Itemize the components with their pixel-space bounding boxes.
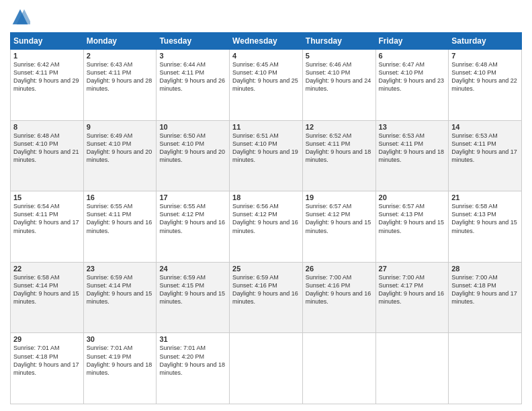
col-tuesday: Tuesday: [157, 33, 230, 50]
day-cell: 29 Sunrise: 7:01 AMSunset: 4:18 PMDaylig…: [11, 333, 84, 404]
day-number: 10: [159, 123, 226, 131]
day-cell: 7 Sunrise: 6:48 AMSunset: 4:10 PMDayligh…: [449, 50, 522, 121]
day-cell: 4 Sunrise: 6:45 AMSunset: 4:10 PMDayligh…: [230, 50, 303, 121]
day-cell: 3 Sunrise: 6:44 AMSunset: 4:11 PMDayligh…: [157, 50, 230, 121]
day-cell: [449, 333, 522, 404]
day-cell: [375, 333, 449, 404]
day-info: Sunrise: 6:55 AMSunset: 4:11 PMDaylight:…: [87, 202, 154, 235]
day-info: Sunrise: 6:50 AMSunset: 4:10 PMDaylight:…: [159, 132, 226, 165]
day-cell: [302, 333, 375, 404]
day-info: Sunrise: 6:44 AMSunset: 4:11 PMDaylight:…: [159, 60, 226, 93]
day-number: 11: [232, 123, 300, 131]
day-number: 21: [451, 193, 519, 201]
day-info: Sunrise: 7:01 AMSunset: 4:20 PMDaylight:…: [159, 344, 226, 377]
day-cell: 6 Sunrise: 6:47 AMSunset: 4:10 PMDayligh…: [375, 50, 449, 121]
day-cell: 30 Sunrise: 7:01 AMSunset: 4:19 PMDaylig…: [83, 333, 157, 404]
day-number: 28: [451, 265, 519, 273]
day-number: 3: [159, 52, 226, 60]
day-number: 29: [13, 335, 81, 343]
day-cell: 12 Sunrise: 6:52 AMSunset: 4:11 PMDaylig…: [302, 120, 375, 191]
col-thursday: Thursday: [302, 33, 375, 50]
day-cell: 22 Sunrise: 6:58 AMSunset: 4:14 PMDaylig…: [11, 262, 84, 333]
col-wednesday: Wednesday: [230, 33, 303, 50]
day-cell: 14 Sunrise: 6:53 AMSunset: 4:11 PMDaylig…: [449, 120, 522, 191]
day-cell: 5 Sunrise: 6:46 AMSunset: 4:10 PMDayligh…: [302, 50, 375, 121]
col-friday: Friday: [375, 33, 449, 50]
week-row-5: 29 Sunrise: 7:01 AMSunset: 4:18 PMDaylig…: [11, 333, 522, 404]
day-number: 27: [379, 265, 446, 273]
week-row-3: 15 Sunrise: 6:54 AMSunset: 4:11 PMDaylig…: [11, 191, 522, 263]
page: Sunday Monday Tuesday Wednesday Thursday…: [0, 0, 532, 411]
week-row-2: 8 Sunrise: 6:48 AMSunset: 4:10 PMDayligh…: [11, 120, 522, 191]
day-info: Sunrise: 6:47 AMSunset: 4:10 PMDaylight:…: [379, 60, 446, 93]
day-cell: 24 Sunrise: 6:59 AMSunset: 4:15 PMDaylig…: [157, 262, 230, 333]
day-number: 31: [159, 335, 226, 343]
day-info: Sunrise: 6:58 AMSunset: 4:13 PMDaylight:…: [451, 202, 519, 235]
day-cell: 20 Sunrise: 6:57 AMSunset: 4:13 PMDaylig…: [375, 191, 449, 263]
day-info: Sunrise: 6:59 AMSunset: 4:14 PMDaylight:…: [87, 273, 154, 306]
day-cell: 13 Sunrise: 6:53 AMSunset: 4:11 PMDaylig…: [375, 120, 449, 191]
day-cell: 17 Sunrise: 6:55 AMSunset: 4:12 PMDaylig…: [157, 191, 230, 263]
day-cell: 10 Sunrise: 6:50 AMSunset: 4:10 PMDaylig…: [157, 120, 230, 191]
day-number: 20: [379, 193, 446, 201]
logo-icon: [10, 7, 30, 27]
col-sunday: Sunday: [11, 33, 84, 50]
day-cell: 8 Sunrise: 6:48 AMSunset: 4:10 PMDayligh…: [11, 120, 84, 191]
day-number: 1: [13, 52, 81, 60]
day-cell: 25 Sunrise: 6:59 AMSunset: 4:16 PMDaylig…: [230, 262, 303, 333]
day-info: Sunrise: 6:59 AMSunset: 4:16 PMDaylight:…: [232, 273, 300, 306]
day-info: Sunrise: 6:43 AMSunset: 4:11 PMDaylight:…: [87, 60, 154, 93]
col-monday: Monday: [83, 33, 157, 50]
day-cell: 1 Sunrise: 6:42 AMSunset: 4:11 PMDayligh…: [11, 50, 84, 121]
day-number: 24: [159, 265, 226, 273]
day-cell: 19 Sunrise: 6:57 AMSunset: 4:12 PMDaylig…: [302, 191, 375, 263]
day-number: 15: [13, 193, 81, 201]
day-cell: 21 Sunrise: 6:58 AMSunset: 4:13 PMDaylig…: [449, 191, 522, 263]
day-info: Sunrise: 6:58 AMSunset: 4:14 PMDaylight:…: [13, 273, 81, 306]
day-info: Sunrise: 6:57 AMSunset: 4:12 PMDaylight:…: [306, 202, 373, 235]
week-row-4: 22 Sunrise: 6:58 AMSunset: 4:14 PMDaylig…: [11, 262, 522, 333]
day-cell: 26 Sunrise: 7:00 AMSunset: 4:16 PMDaylig…: [302, 262, 375, 333]
day-info: Sunrise: 6:57 AMSunset: 4:13 PMDaylight:…: [379, 202, 446, 235]
day-info: Sunrise: 7:00 AMSunset: 4:18 PMDaylight:…: [451, 273, 519, 306]
day-cell: 9 Sunrise: 6:49 AMSunset: 4:10 PMDayligh…: [83, 120, 157, 191]
header: [10, 7, 522, 27]
day-cell: 11 Sunrise: 6:51 AMSunset: 4:10 PMDaylig…: [230, 120, 303, 191]
day-number: 22: [13, 265, 81, 273]
day-info: Sunrise: 6:51 AMSunset: 4:10 PMDaylight:…: [232, 132, 300, 165]
day-number: 6: [379, 52, 446, 60]
day-number: 30: [87, 335, 154, 343]
day-cell: 23 Sunrise: 6:59 AMSunset: 4:14 PMDaylig…: [83, 262, 157, 333]
day-info: Sunrise: 6:53 AMSunset: 4:11 PMDaylight:…: [379, 132, 446, 165]
day-number: 7: [451, 52, 519, 60]
day-number: 9: [87, 123, 154, 131]
day-cell: [230, 333, 303, 404]
day-cell: 15 Sunrise: 6:54 AMSunset: 4:11 PMDaylig…: [11, 191, 84, 263]
day-cell: 18 Sunrise: 6:56 AMSunset: 4:12 PMDaylig…: [230, 191, 303, 263]
day-info: Sunrise: 7:01 AMSunset: 4:18 PMDaylight:…: [13, 344, 81, 377]
day-info: Sunrise: 6:53 AMSunset: 4:11 PMDaylight:…: [451, 132, 519, 165]
day-number: 23: [87, 265, 154, 273]
logo: [10, 7, 32, 27]
day-number: 4: [232, 52, 300, 60]
day-info: Sunrise: 6:48 AMSunset: 4:10 PMDaylight:…: [13, 132, 81, 165]
day-info: Sunrise: 7:00 AMSunset: 4:16 PMDaylight:…: [306, 273, 373, 306]
day-info: Sunrise: 6:55 AMSunset: 4:12 PMDaylight:…: [159, 202, 226, 235]
day-info: Sunrise: 6:59 AMSunset: 4:15 PMDaylight:…: [159, 273, 226, 306]
day-info: Sunrise: 7:01 AMSunset: 4:19 PMDaylight:…: [87, 344, 154, 377]
day-info: Sunrise: 6:54 AMSunset: 4:11 PMDaylight:…: [13, 202, 81, 235]
day-cell: 31 Sunrise: 7:01 AMSunset: 4:20 PMDaylig…: [157, 333, 230, 404]
day-info: Sunrise: 6:49 AMSunset: 4:10 PMDaylight:…: [87, 132, 154, 165]
day-number: 5: [306, 52, 373, 60]
day-info: Sunrise: 6:48 AMSunset: 4:10 PMDaylight:…: [451, 60, 519, 93]
day-cell: 16 Sunrise: 6:55 AMSunset: 4:11 PMDaylig…: [83, 191, 157, 263]
day-number: 16: [87, 193, 154, 201]
week-row-1: 1 Sunrise: 6:42 AMSunset: 4:11 PMDayligh…: [11, 50, 522, 121]
day-number: 19: [306, 193, 373, 201]
day-number: 14: [451, 123, 519, 131]
day-number: 17: [159, 193, 226, 201]
day-info: Sunrise: 6:42 AMSunset: 4:11 PMDaylight:…: [13, 60, 81, 93]
day-info: Sunrise: 6:45 AMSunset: 4:10 PMDaylight:…: [232, 60, 300, 93]
day-number: 13: [379, 123, 446, 131]
day-info: Sunrise: 7:00 AMSunset: 4:17 PMDaylight:…: [379, 273, 446, 306]
